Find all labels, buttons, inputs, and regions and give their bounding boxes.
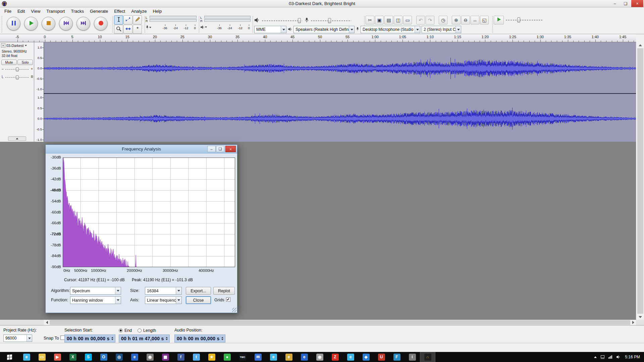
taskbar-item-ie-secondary[interactable]: e [127, 352, 142, 362]
taskbar-item-outlook[interactable]: O [96, 352, 111, 362]
taskbar-item-ie-site-1[interactable]: e [266, 352, 281, 362]
length-radio-label[interactable]: Length [143, 328, 156, 333]
vertical-amplitude-ruler[interactable]: 1.00.50.0-0.5-1.01.00.50.0-0.5-1.0 [34, 42, 44, 142]
fit-selection-button[interactable]: ↔ [471, 16, 479, 24]
taskbar-item-store[interactable]: ▦ [158, 352, 173, 362]
taskbar-item-skype[interactable]: S [80, 352, 96, 362]
taskbar-item-messenger[interactable]: ● [219, 352, 235, 362]
project-rate-combo[interactable]: 96000 [3, 335, 32, 342]
taskbar-item-audacity[interactable]: ∩ [420, 352, 435, 362]
time-spinner[interactable] [220, 337, 224, 340]
play-button[interactable] [24, 17, 38, 31]
taskbar-item-desktop-app[interactable]: ◆ [358, 352, 374, 362]
dialog-maximize-button[interactable]: ❏ [216, 146, 224, 152]
mute-button[interactable]: Mute [1, 60, 17, 65]
toolbar-gripper[interactable] [492, 16, 493, 33]
end-radio-label[interactable]: End [124, 328, 132, 333]
taskbar-item-excel[interactable]: X [65, 352, 80, 362]
playback-device-combo[interactable]: Speakers (Realtek High Definit [293, 26, 355, 33]
scroll-right-arrow[interactable] [630, 320, 636, 325]
paste-button[interactable]: ▤ [384, 16, 393, 24]
timeline-ruler[interactable]: -505101520253035404550551:001:051:101:15… [0, 34, 636, 42]
speaker-icon[interactable] [200, 25, 207, 29]
track-collapse-button[interactable] [8, 136, 26, 141]
redo-button[interactable]: ↷ [426, 16, 434, 24]
playback-volume-thumb[interactable] [298, 18, 301, 23]
trim-button[interactable]: ◫ [394, 16, 402, 24]
recording-volume-slider[interactable] [311, 18, 351, 24]
network-icon[interactable] [608, 355, 612, 359]
menu-transport[interactable]: Transport [43, 8, 68, 14]
track-close-button[interactable]: × [1, 43, 5, 48]
length-radio[interactable] [138, 328, 142, 333]
taskbar-item-favorites[interactable]: ★ [204, 352, 219, 362]
time-spinner[interactable] [110, 337, 114, 340]
close-button[interactable]: × [631, 0, 643, 7]
pan-slider-thumb[interactable] [16, 75, 19, 79]
menu-effect[interactable]: Effect [111, 8, 128, 14]
pan-slider[interactable] [5, 75, 29, 80]
sync-lock-button[interactable]: ◷ [439, 16, 447, 24]
menu-tracks[interactable]: Tracks [68, 8, 87, 14]
close-dialog-button[interactable]: Close [186, 296, 211, 304]
vertical-scrollbar-thumb[interactable] [637, 48, 643, 314]
dialog-close-icon[interactable]: × [225, 146, 236, 152]
selection-end-time[interactable]: 00 h 01 m 47,000 s [119, 335, 170, 343]
record-button[interactable] [94, 17, 108, 31]
gain-slider-thumb[interactable] [16, 67, 19, 71]
dialog-resize-grip[interactable] [232, 308, 236, 312]
menu-file[interactable]: File [1, 8, 14, 14]
taskbar-item-media-player[interactable]: ▶ [50, 352, 65, 362]
copy-button[interactable]: ▣ [375, 16, 384, 24]
draw-tool-button[interactable] [133, 15, 142, 24]
vertical-scrollbar[interactable] [636, 42, 644, 320]
taskbar-item-fitbit[interactable]: F [389, 352, 405, 362]
scroll-down-arrow[interactable] [636, 314, 644, 320]
zoom-out-button[interactable]: ⊖ [461, 16, 470, 24]
scroll-up-arrow[interactable] [636, 42, 644, 48]
action-center-icon[interactable] [601, 355, 604, 359]
multi-tool-button[interactable]: * [133, 25, 142, 34]
minimize-button[interactable]: – [610, 0, 620, 7]
solo-button[interactable]: Solo [17, 60, 33, 65]
zoom-tool-button[interactable] [114, 25, 123, 34]
taskbar-item-facebook[interactable]: f [173, 352, 189, 362]
horizontal-scrollbar[interactable] [44, 320, 636, 325]
grids-checkbox[interactable] [226, 297, 230, 302]
taskbar-item-camera[interactable]: ◉ [312, 352, 327, 362]
audio-position-time[interactable]: 00 h 00 m 00,000 s [174, 335, 225, 343]
taskbar-item-ie-site-3[interactable]: e [297, 352, 312, 362]
taskbar-item-reader[interactable]: Z [327, 352, 343, 362]
taskbar-item-ie-site-2[interactable]: e [281, 352, 297, 362]
cut-button[interactable]: ✂ [366, 16, 374, 24]
toolbar-gripper[interactable] [112, 16, 113, 33]
selection-tool-button[interactable] [114, 15, 123, 24]
menu-edit[interactable]: Edit [14, 8, 28, 14]
time-spinner[interactable] [165, 337, 169, 340]
taskbar-item-twitter[interactable]: t [189, 352, 204, 362]
taskbar-item-internet-explorer[interactable]: e [19, 352, 34, 362]
taskbar-item-steam[interactable]: ◉ [142, 352, 158, 362]
stop-button[interactable] [42, 17, 55, 31]
taskbar-item-mail[interactable]: ✉ [250, 352, 266, 362]
volume-icon[interactable] [616, 355, 621, 359]
recording-meter[interactable]: LR-36-24-120 [145, 15, 198, 32]
zoom-in-button[interactable]: ⊕ [452, 16, 461, 24]
taskbar-item-browser-compass[interactable]: ◎ [111, 352, 127, 362]
skip-start-button[interactable] [59, 17, 73, 31]
horizontal-scrollbar-thumb[interactable] [50, 320, 630, 325]
play-speed-thumb[interactable] [517, 17, 520, 22]
taskbar-item-weather-twc[interactable]: TWC [235, 352, 250, 362]
hidden-icons-chevron[interactable] [594, 356, 597, 358]
undo-button[interactable]: ↶ [416, 16, 425, 24]
pause-button[interactable] [7, 17, 20, 31]
menu-view[interactable]: View [28, 8, 43, 14]
selection-start-time[interactable]: 00 h 00 m 00,000 s [64, 335, 115, 343]
end-radio[interactable] [119, 328, 123, 333]
playback-volume-slider[interactable] [262, 18, 302, 24]
taskbar-item-ie-site-4[interactable]: e [343, 352, 358, 362]
taskbar-item-info-app[interactable]: i [405, 352, 420, 362]
play-at-speed-button[interactable] [494, 16, 504, 24]
function-combo[interactable]: Hanning window [70, 296, 121, 304]
track-name-menu[interactable]: 03-Darkest [6, 43, 33, 48]
